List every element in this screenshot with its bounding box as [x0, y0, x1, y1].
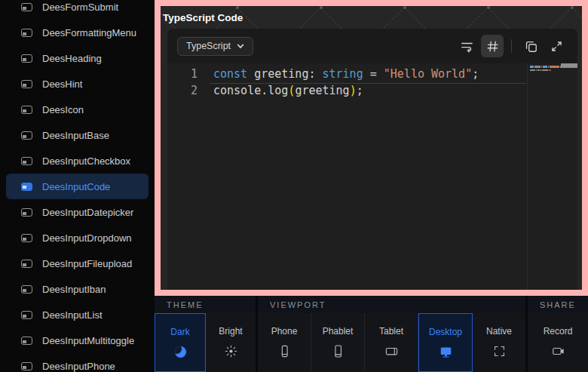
code-lines: 1const greeting: string = "Hello World";…: [167, 66, 577, 99]
sidebar: DeesFormSubmitDeesFormattingMenuDeesHead…: [0, 0, 155, 372]
dark-button[interactable]: Dark: [155, 313, 206, 372]
component-catalogue-app: DeesFormSubmitDeesFormattingMenuDeesHead…: [0, 0, 588, 372]
sidebar-item-label: DeesHeading: [42, 53, 102, 64]
minimap-slider[interactable]: [561, 63, 577, 68]
minimap[interactable]: [527, 63, 577, 290]
native-button[interactable]: Native: [473, 313, 525, 372]
phone-button[interactable]: Phone: [258, 313, 311, 372]
fullscreen-button[interactable]: [545, 35, 568, 57]
component-icon: [21, 54, 32, 63]
component-icon: [21, 362, 32, 370]
sidebar-item-label: DeesInputCode: [42, 181, 110, 192]
bottom-toolbar: THEMEDarkBrightVIEWPORTPhonePhabletTable…: [155, 296, 588, 372]
sidebar-item-label: DeesInputCheckbox: [42, 155, 130, 167]
sidebar-item-deesinputbase[interactable]: DeesInputBase: [6, 122, 149, 148]
button-label: Record: [544, 326, 573, 337]
sidebar-item-deesinputdropdown[interactable]: DeesInputDropdown: [6, 225, 149, 251]
code-text: const greeting: string = "Hello World";: [213, 66, 479, 82]
phablet-icon: [331, 343, 345, 358]
sidebar-item-label: DeesInputIban: [42, 284, 106, 295]
component-icon: [21, 106, 32, 114]
sidebar-item-label: DeesInputMultitoggle: [42, 335, 134, 346]
component-icon: [21, 311, 32, 319]
sidebar-item-deesinputdatepicker[interactable]: DeesInputDatepicker: [6, 199, 149, 225]
record-icon: [551, 343, 565, 358]
sidebar-item-deeshint[interactable]: DeesHint: [6, 71, 149, 97]
button-label: Phone: [271, 326, 298, 337]
code-line: 2console.log(greeting);: [167, 82, 577, 99]
button-label: Tablet: [379, 326, 403, 337]
sidebar-item-deesinputlist[interactable]: DeesInputList: [6, 302, 149, 327]
button-label: Dark: [170, 327, 189, 337]
sidebar-item-label: DeesFormSubmit: [42, 2, 118, 13]
component-icon: [21, 208, 32, 217]
sidebar-item-deesinputcode[interactable]: DeesInputCode: [6, 174, 149, 199]
sidebar-item-deesformattingmenu[interactable]: DeesFormattingMenu: [6, 20, 149, 45]
native-icon: [492, 343, 507, 358]
button-label: Desktop: [429, 327, 462, 337]
copy-button[interactable]: [519, 35, 542, 57]
moon-icon: [175, 344, 186, 359]
chevron-down-icon: [237, 42, 244, 50]
sidebar-item-deesinputmultitoggle[interactable]: DeesInputMultitoggle: [6, 327, 149, 353]
component-icon: [21, 80, 32, 88]
sidebar-item-deesicon[interactable]: DeesIcon: [6, 97, 149, 122]
sidebar-item-label: DeesInputList: [42, 309, 103, 321]
sidebar-item-label: DeesFormattingMenu: [42, 27, 136, 38]
toolbar-section-viewport: VIEWPORTPhonePhabletTabletDesktopNative: [258, 296, 525, 372]
editor-toolbar: TypeScript: [167, 29, 577, 63]
sidebar-item-deesinputfileupload[interactable]: DeesInputFileupload: [6, 251, 149, 276]
section-header-theme: THEME: [155, 296, 256, 313]
component-icon: [21, 234, 32, 242]
component-icon: [21, 131, 32, 140]
sidebar-item-deesinputiban[interactable]: DeesInputIban: [6, 276, 149, 302]
sidebar-item-label: DeesInputDropdown: [42, 232, 132, 244]
sidebar-item-deesinputcheckbox[interactable]: DeesInputCheckbox: [6, 148, 149, 174]
word-wrap-icon: [460, 39, 474, 54]
component-icon: [21, 29, 32, 37]
sidebar-item-label: DeesInputFileupload: [42, 258, 132, 269]
demo-frame: TypeScript Code TypeScript 1const greeti…: [155, 0, 588, 296]
toolbar-section-theme: THEMEDarkBright: [155, 296, 256, 372]
copy-icon: [524, 39, 538, 54]
component-icon: [21, 157, 32, 165]
demo-wrapper: TypeScript Code TypeScript 1const greeti…: [161, 6, 582, 290]
sidebar-list: DeesFormSubmitDeesFormattingMenuDeesHead…: [0, 0, 155, 372]
sidebar-item-label: DeesInputDatepicker: [42, 207, 133, 218]
line-numbers-button[interactable]: [481, 35, 504, 57]
code-line: 1const greeting: string = "Hello World";: [167, 66, 577, 82]
line-number: 2: [167, 82, 198, 99]
sidebar-item-label: DeesIcon: [42, 104, 84, 115]
record-button[interactable]: Record: [528, 313, 588, 372]
line-number: 1: [167, 66, 198, 82]
button-label: Native: [486, 326, 512, 337]
button-label: Bright: [219, 326, 242, 337]
code-text: console.log(greeting);: [213, 82, 363, 99]
language-dropdown[interactable]: TypeScript: [177, 37, 253, 56]
tablet-button[interactable]: Tablet: [365, 313, 418, 372]
code-area[interactable]: 1const greeting: string = "Hello World";…: [167, 63, 577, 290]
section-header-share: SHARE: [528, 296, 588, 313]
tablet-icon: [384, 343, 399, 358]
phablet-button[interactable]: Phablet: [311, 313, 365, 372]
word-wrap-button[interactable]: [455, 35, 478, 57]
component-icon: [21, 183, 32, 191]
language-dropdown-label: TypeScript: [186, 41, 231, 51]
minimap-code: [530, 66, 561, 72]
toolbar-section-share: SHARERecord: [528, 296, 588, 372]
code-editor-card: TypeScript 1const greeting: string = "He…: [167, 29, 577, 290]
component-icon: [21, 260, 32, 268]
sidebar-item-deesheading[interactable]: DeesHeading: [6, 45, 149, 71]
component-icon: [21, 285, 32, 294]
toolbar-divider: [511, 39, 512, 53]
sidebar-item-deesinputphone[interactable]: DeesInputPhone: [6, 353, 149, 372]
sidebar-item-label: DeesInputBase: [42, 130, 109, 141]
sun-icon: [224, 343, 238, 358]
demo-title: TypeScript Code: [163, 12, 243, 23]
sidebar-item-deesformsubmit[interactable]: DeesFormSubmit: [6, 0, 149, 20]
sidebar-item-label: DeesHint: [42, 78, 82, 90]
desktop-button[interactable]: Desktop: [418, 313, 473, 372]
section-header-viewport: VIEWPORT: [258, 296, 525, 313]
bright-button[interactable]: Bright: [206, 313, 256, 372]
phone-icon: [277, 343, 292, 358]
